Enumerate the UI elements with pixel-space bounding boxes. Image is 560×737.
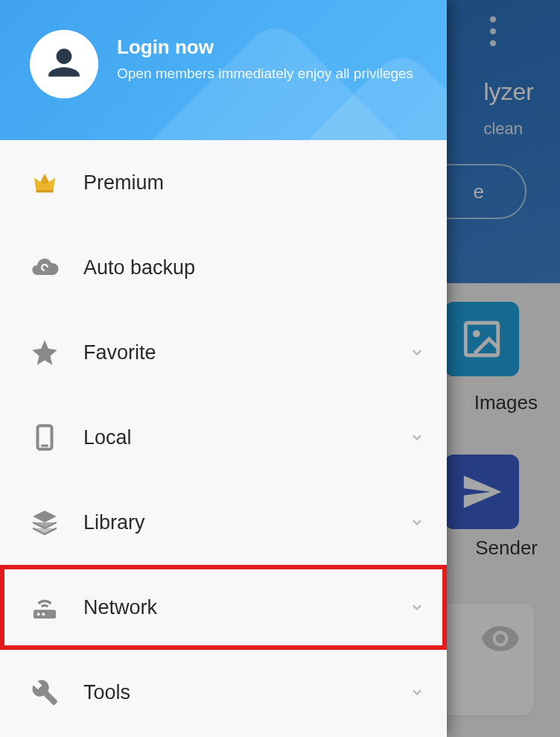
menu-item-tools[interactable]: Tools [0,650,447,735]
menu-label: Auto backup [83,256,426,279]
drawer-header[interactable]: Login now Open members immediately enjoy… [0,0,447,140]
chevron-down-icon [408,598,426,616]
avatar[interactable] [30,30,98,98]
layers-icon [28,506,61,539]
menu-item-network[interactable]: Network [0,565,447,650]
svg-point-6 [37,613,40,616]
star-icon [28,336,61,369]
menu-item-premium[interactable]: Premium [0,140,447,225]
menu-label: Tools [83,681,408,704]
router-icon [28,591,61,624]
svg-rect-2 [36,190,53,192]
phone-icon [28,421,61,454]
menu-label: Premium [83,171,426,194]
menu-item-local[interactable]: Local [0,395,447,480]
drawer-menu: Premium Auto backup Favorite [0,140,447,737]
wrench-icon [28,676,61,709]
menu-item-favorite[interactable]: Favorite [0,310,447,395]
menu-label: Network [83,596,408,619]
menu-label: Library [83,511,408,534]
cloud-icon [28,251,61,284]
login-block[interactable]: Login now Open members immediately enjoy… [117,30,413,83]
menu-item-library[interactable]: Library [0,480,447,565]
user-icon [45,45,83,83]
menu-label: Favorite [83,341,408,364]
chevron-down-icon [408,428,426,446]
chevron-down-icon [408,513,426,531]
login-subtitle: Open members immediately enjoy all privi… [117,65,413,83]
navigation-drawer: Login now Open members immediately enjoy… [0,0,447,737]
menu-item-auto-backup[interactable]: Auto backup [0,225,447,310]
svg-point-7 [42,613,45,616]
login-title: Login now [117,36,413,59]
chevron-down-icon [408,683,426,701]
menu-label: Local [83,426,408,449]
crown-icon [28,166,61,199]
chevron-down-icon [408,344,426,361]
